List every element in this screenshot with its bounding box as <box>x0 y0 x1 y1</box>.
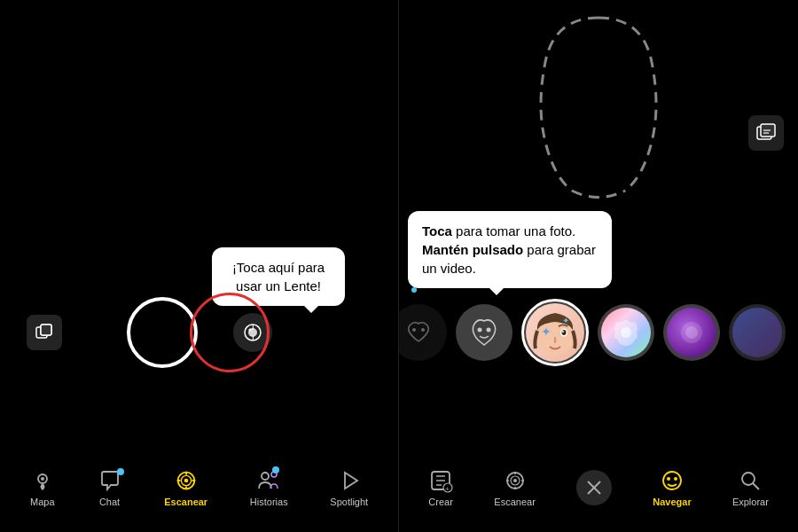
svg-point-23 <box>421 328 425 332</box>
svg-line-51 <box>753 483 759 489</box>
lens-item-ghost-left[interactable] <box>399 304 447 361</box>
navigate-icon <box>660 468 685 493</box>
lens-item-colorful[interactable] <box>598 304 654 361</box>
svg-point-49 <box>674 477 677 481</box>
svg-point-24 <box>478 328 482 332</box>
nav-item-chat[interactable]: Chat <box>98 468 122 507</box>
capture-tooltip: Toca para tomar una foto. Mantén pulsado… <box>408 211 612 288</box>
chat-notification-dot <box>117 468 124 475</box>
camera-area-left: ¡Toca aquí para usar un Lente! <box>0 0 398 452</box>
bottom-nav-left: Mapa Chat <box>0 452 398 532</box>
lens-tooltip-text: ¡Toca aquí para usar un Lente! <box>232 260 325 293</box>
lens-item-face-active[interactable]: ✦ ✦ <box>521 299 589 366</box>
svg-point-25 <box>487 328 491 332</box>
svg-point-10 <box>184 479 188 483</box>
capture-tooltip-line1-suffix: para tomar una foto. <box>452 223 575 239</box>
explore-icon <box>738 468 763 493</box>
svg-point-29 <box>562 330 567 335</box>
nav-label-spotlight: Spotlight <box>330 497 368 507</box>
svg-text:+: + <box>445 485 450 493</box>
svg-point-7 <box>41 477 44 481</box>
camera-area-right: Toca para tomar una foto. Mantén pulsado… <box>399 0 798 452</box>
nav-label-escanear: Escanear <box>164 497 207 507</box>
nav-label-navegar: Navegar <box>653 497 691 507</box>
capture-area <box>0 297 398 368</box>
nav-item-navegar[interactable]: Navegar <box>653 468 691 507</box>
cards-button[interactable] <box>748 115 784 151</box>
svg-marker-17 <box>345 473 357 489</box>
nav-item-spotlight[interactable]: Spotlight <box>330 468 368 507</box>
nav-label-crear: Crear <box>428 497 453 507</box>
nav-item-crear[interactable]: + Crear <box>428 468 453 507</box>
svg-text:✦: ✦ <box>541 325 552 339</box>
capture-tooltip-line2: Mantén pulsado <box>422 242 523 257</box>
nav-label-escanear-right: Escanear <box>494 497 535 507</box>
friends-icon <box>256 468 281 493</box>
nav-item-historias[interactable]: Historias <box>250 468 288 507</box>
bottom-nav-right: + Crear Escanear <box>399 452 798 532</box>
svg-point-22 <box>412 328 416 332</box>
nav-item-escanear[interactable]: Escanear <box>164 468 207 507</box>
chat-icon <box>98 468 122 493</box>
map-icon <box>30 468 55 493</box>
svg-point-32 <box>621 327 631 338</box>
nav-item-explorar[interactable]: Explorar <box>732 468 769 507</box>
svg-point-40 <box>513 479 517 482</box>
capture-button[interactable] <box>127 297 198 368</box>
scan-icon <box>174 468 199 493</box>
nav-label-historias: Historias <box>250 497 288 507</box>
carousel-progress <box>411 287 417 293</box>
nav-label-explorar: Explorar <box>732 497 769 507</box>
nav-item-escanear-right[interactable]: Escanear <box>494 468 535 507</box>
nav-label-chat: Chat <box>99 497 120 507</box>
svg-point-30 <box>562 331 564 332</box>
left-panel: ¡Toca aquí para usar un Lente! <box>0 0 399 532</box>
lens-item-purple[interactable] <box>663 304 720 361</box>
svg-point-50 <box>742 473 755 485</box>
lens-carousel: ✦ ✦ <box>399 297 798 368</box>
svg-point-47 <box>663 472 681 489</box>
lens-item-snapchat[interactable] <box>456 304 512 361</box>
svg-point-34 <box>685 326 698 339</box>
svg-text:✦: ✦ <box>562 316 569 325</box>
lens-button[interactable] <box>233 313 272 352</box>
nav-label-mapa: Mapa <box>30 497 55 507</box>
svg-point-15 <box>262 473 269 480</box>
svg-point-5 <box>248 329 251 332</box>
spotlight-icon <box>337 468 362 493</box>
face-outline <box>528 9 669 204</box>
close-icon <box>576 470 612 505</box>
progress-dot-1 <box>411 287 417 293</box>
lens-item-partial-right[interactable] <box>729 304 786 361</box>
right-panel: Toca para tomar una foto. Mantén pulsado… <box>399 0 798 532</box>
nav-item-close[interactable] <box>576 470 612 505</box>
capture-tooltip-line1: Toca <box>422 223 452 239</box>
svg-point-48 <box>667 477 670 481</box>
create-icon: + <box>428 468 453 493</box>
scan-icon2 <box>503 468 528 493</box>
nav-item-mapa[interactable]: Mapa <box>30 468 55 507</box>
